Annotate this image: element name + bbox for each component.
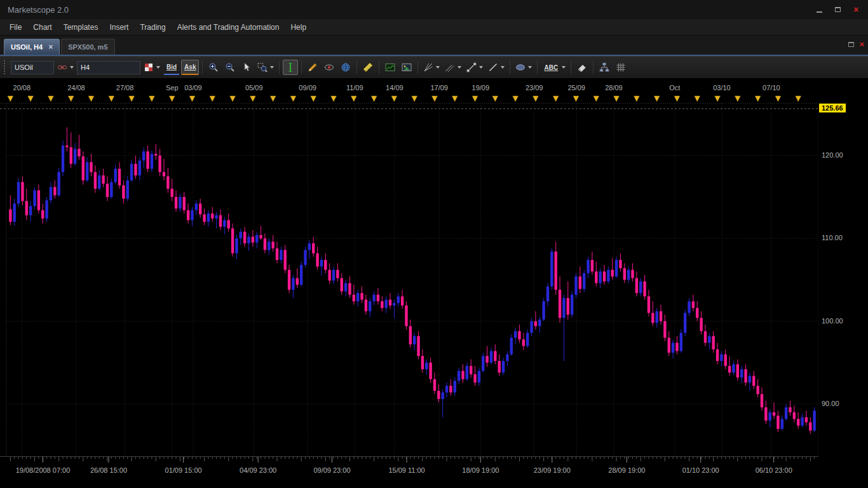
candle [344,283,347,292]
zoom-out-tool[interactable] [222,60,238,75]
candle [231,229,234,254]
bid-button[interactable]: Bid [163,60,180,75]
toolbar-grip-handle[interactable] [4,60,6,74]
day-marker-icon [88,96,94,102]
menu-item-insert[interactable]: Insert [104,20,134,34]
close-button[interactable]: × [848,4,864,15]
chevron-down-icon[interactable] [528,66,532,69]
annotation-tool[interactable] [305,60,320,75]
channel-tools[interactable] [443,60,463,75]
image-tool[interactable] [399,60,414,75]
line-tools[interactable] [486,60,506,75]
chevron-down-icon[interactable] [562,66,566,69]
candle [615,260,618,276]
day-marker-icon [149,96,154,102]
fibonacci-tools[interactable] [421,60,442,75]
tab-close-icon[interactable]: × [48,43,53,51]
ellipse-tool[interactable] [513,60,534,75]
menu-item-file[interactable]: File [4,20,27,34]
candle [648,296,650,313]
time-axis-top-svg[interactable]: 20/0824/0827/08Sep03/0905/0909/0911/0914… [0,79,818,103]
text-tool[interactable]: ABC [541,60,567,75]
candle [300,265,302,285]
measure-tool[interactable] [360,60,376,75]
menu-item-alerts-and-trading-automation[interactable]: Alerts and Trading Automation [172,20,285,34]
day-marker-icon [412,96,417,102]
price-axis-tick-label: 100.00 [822,317,843,325]
top-axis-tick-label: 27/08 [116,84,134,92]
candle [154,154,157,156]
chart-type-tool[interactable] [142,60,162,75]
candle [353,295,355,301]
period-combo[interactable]: H4 [77,61,140,74]
tab-label: SPX500, m5 [68,43,107,51]
candle [341,278,343,292]
chevron-down-icon[interactable] [270,66,274,69]
minimize-button[interactable] [811,4,827,15]
restore-pane-icon[interactable] [848,42,854,47]
toolbar-separator [356,61,357,74]
menu-item-templates[interactable]: Templates [58,20,104,34]
view-tool[interactable] [322,60,337,75]
price-axis[interactable]: 125.66 120.00110.00100.0090.00 [818,79,868,488]
candle [514,331,517,337]
ask-button[interactable]: Ask [181,60,199,75]
candle [90,162,92,172]
candle [764,407,767,421]
candle [813,410,815,430]
eraser-icon [577,62,587,72]
chevron-down-icon[interactable] [501,66,505,69]
candle [546,287,549,301]
web-charts-tool[interactable] [338,60,353,75]
tab-spx500-m5[interactable]: SPX500, m5 [61,39,114,55]
menu-item-help[interactable]: Help [285,20,312,34]
candle [672,342,674,353]
zoom-in-tool[interactable] [206,60,221,75]
trendline-tools[interactable] [465,60,485,75]
chevron-down-icon[interactable] [156,66,160,69]
candle [425,363,428,369]
candle [94,172,97,189]
candle [567,298,569,315]
top-axis-tick-label: 28/09 [605,84,623,92]
candle [574,276,577,295]
day-marker-icon [614,96,620,102]
candle [227,220,230,228]
snapshot-tool[interactable] [383,60,398,75]
toolbar-separator [571,61,571,74]
candle [243,232,246,243]
bottom-axis-tick-label: 06/10 23:00 [756,466,792,474]
zoom-area-tool[interactable] [255,60,276,75]
crosshair-tool[interactable] [283,60,298,75]
time-axis-bottom-svg[interactable]: 19/08/2008 07:0026/08 15:0001/09 15:0004… [0,456,818,488]
chevron-down-icon[interactable] [479,66,483,69]
chevron-down-icon[interactable] [70,66,74,69]
day-marker-icon [796,96,801,102]
candle [461,371,464,379]
window-controls: × [811,4,864,15]
chevron-down-icon[interactable] [436,66,440,69]
picture-icon [402,62,412,72]
eraser-tool[interactable] [574,60,590,75]
indicator-tool[interactable] [597,60,612,75]
tab-usoil-h4[interactable]: USOil, H4× [4,39,60,55]
candle [102,175,104,184]
candle [130,164,133,180]
top-axis-tick-label: Oct [669,84,680,92]
menu-bar: FileChartTemplatesInsertTradingAlerts an… [0,19,868,36]
chart-plot-svg[interactable] [0,103,818,456]
day-marker-icon [431,96,437,102]
close-pane-icon[interactable]: × [859,40,864,48]
candle [324,260,327,270]
menu-item-chart[interactable]: Chart [27,20,57,34]
link-chart-tool[interactable] [55,60,76,75]
cursor-tool[interactable] [239,60,254,75]
menu-item-trading[interactable]: Trading [134,20,171,34]
restore-button[interactable] [829,4,846,15]
candle [623,268,626,280]
candle [142,151,145,160]
symbol-combo[interactable]: USOil [11,61,54,74]
grid-tool[interactable] [613,60,628,75]
chevron-down-icon[interactable] [458,66,461,69]
candle [17,182,20,203]
